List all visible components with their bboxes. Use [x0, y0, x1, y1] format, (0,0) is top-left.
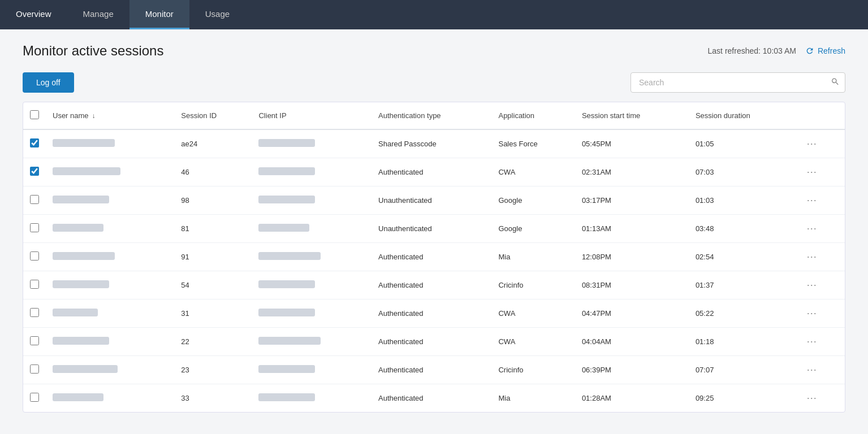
- search-input[interactable]: [631, 72, 845, 93]
- row-checkbox[interactable]: [30, 280, 39, 289]
- refresh-label: Refresh: [818, 46, 845, 55]
- cell-start-time: 12:08PM: [575, 243, 689, 271]
- cell-duration: 07:07: [689, 356, 797, 384]
- table-row: 31AuthenticatedCWA04:47PM05:22···: [23, 300, 845, 328]
- cell-username: [46, 384, 174, 413]
- cell-actions[interactable]: ···: [797, 243, 845, 271]
- col-session-id[interactable]: Session ID: [174, 102, 252, 129]
- cell-client-ip: [252, 186, 372, 215]
- row-checkbox-cell[interactable]: [23, 300, 46, 328]
- row-actions-button[interactable]: ···: [804, 306, 821, 320]
- row-actions-button[interactable]: ···: [804, 278, 821, 292]
- table-row: ae24Shared PasscodeSales Force05:45PM01:…: [23, 129, 845, 158]
- cell-application: Cricinfo: [491, 271, 575, 300]
- row-checkbox[interactable]: [30, 223, 39, 232]
- col-start-time[interactable]: Session start time: [575, 102, 689, 129]
- table-row: 91AuthenticatedMia12:08PM02:54···: [23, 243, 845, 271]
- col-start-time-label: Session start time: [582, 111, 640, 120]
- row-checkbox[interactable]: [30, 138, 39, 147]
- cell-username: [46, 243, 174, 271]
- col-actions: [797, 102, 845, 129]
- page-title: Monitor active sessions: [23, 43, 163, 59]
- cell-client-ip: [252, 271, 372, 300]
- row-checkbox[interactable]: [30, 364, 39, 374]
- row-checkbox-cell[interactable]: [23, 384, 46, 413]
- cell-duration: 05:22: [689, 300, 797, 328]
- cell-actions[interactable]: ···: [797, 300, 845, 328]
- row-checkbox[interactable]: [30, 167, 39, 176]
- row-checkbox[interactable]: [30, 251, 39, 261]
- cell-start-time: 04:47PM: [575, 300, 689, 328]
- cell-auth-type: Authenticated: [372, 356, 491, 384]
- col-auth-type[interactable]: Authentication type: [372, 102, 491, 129]
- row-checkbox-cell[interactable]: [23, 328, 46, 356]
- cell-duration: 01:37: [689, 271, 797, 300]
- cell-application: CWA: [491, 158, 575, 186]
- row-checkbox[interactable]: [30, 336, 39, 345]
- cell-actions[interactable]: ···: [797, 356, 845, 384]
- col-application[interactable]: Application: [491, 102, 575, 129]
- cell-client-ip: [252, 129, 372, 158]
- cell-duration: 02:54: [689, 243, 797, 271]
- cell-actions[interactable]: ···: [797, 384, 845, 413]
- table-row: 98UnauthenticatedGoogle03:17PM01:03···: [23, 186, 845, 215]
- col-username[interactable]: User name ↓: [46, 102, 174, 129]
- cell-session-id: 31: [174, 300, 252, 328]
- cell-session-id: 22: [174, 328, 252, 356]
- nav-item-monitor[interactable]: Monitor: [129, 0, 189, 29]
- col-duration[interactable]: Session duration: [689, 102, 797, 129]
- cell-start-time: 03:17PM: [575, 186, 689, 215]
- row-checkbox[interactable]: [30, 308, 39, 317]
- nav-item-overview[interactable]: Overview: [0, 0, 67, 29]
- row-actions-button[interactable]: ···: [804, 363, 821, 377]
- cell-actions[interactable]: ···: [797, 328, 845, 356]
- cell-start-time: 02:31AM: [575, 158, 689, 186]
- cell-username: [46, 271, 174, 300]
- table-row: 46AuthenticatedCWA02:31AM07:03···: [23, 158, 845, 186]
- cell-username: [46, 328, 174, 356]
- row-actions-button[interactable]: ···: [804, 250, 821, 264]
- row-actions-button[interactable]: ···: [804, 165, 821, 179]
- refresh-button[interactable]: Refresh: [805, 46, 845, 55]
- cell-actions[interactable]: ···: [797, 129, 845, 158]
- row-checkbox-cell[interactable]: [23, 186, 46, 215]
- row-actions-button[interactable]: ···: [804, 137, 821, 151]
- col-duration-label: Session duration: [696, 111, 750, 120]
- cell-actions[interactable]: ···: [797, 158, 845, 186]
- row-actions-button[interactable]: ···: [804, 222, 821, 236]
- cell-auth-type: Authenticated: [372, 271, 491, 300]
- cell-client-ip: [252, 158, 372, 186]
- table-header-row: User name ↓ Session ID Client IP Authent…: [23, 102, 845, 129]
- cell-auth-type: Authenticated: [372, 300, 491, 328]
- cell-auth-type: Unauthenticated: [372, 215, 491, 243]
- cell-actions[interactable]: ···: [797, 186, 845, 215]
- row-checkbox-cell[interactable]: [23, 158, 46, 186]
- select-all-checkbox-cell[interactable]: [23, 102, 46, 129]
- search-box: [631, 72, 845, 93]
- nav-item-usage[interactable]: Usage: [189, 0, 245, 29]
- log-off-button[interactable]: Log off: [23, 72, 74, 93]
- col-client-ip[interactable]: Client IP: [252, 102, 372, 129]
- row-checkbox-cell[interactable]: [23, 271, 46, 300]
- select-all-checkbox[interactable]: [30, 110, 39, 119]
- row-actions-button[interactable]: ···: [804, 391, 821, 405]
- row-checkbox[interactable]: [30, 393, 39, 402]
- col-application-label: Application: [498, 111, 534, 120]
- row-actions-button[interactable]: ···: [804, 335, 821, 349]
- cell-username: [46, 215, 174, 243]
- row-checkbox-cell[interactable]: [23, 215, 46, 243]
- cell-auth-type: Authenticated: [372, 328, 491, 356]
- cell-actions[interactable]: ···: [797, 215, 845, 243]
- last-refreshed-text: Last refreshed: 10:03 AM: [708, 46, 796, 55]
- cell-actions[interactable]: ···: [797, 271, 845, 300]
- row-checkbox-cell[interactable]: [23, 129, 46, 158]
- nav-item-manage[interactable]: Manage: [67, 0, 129, 29]
- col-auth-type-label: Authentication type: [378, 111, 441, 120]
- search-icon: [831, 77, 840, 88]
- row-checkbox-cell[interactable]: [23, 243, 46, 271]
- row-checkbox-cell[interactable]: [23, 356, 46, 384]
- row-checkbox[interactable]: [30, 195, 39, 204]
- cell-session-id: 81: [174, 215, 252, 243]
- cell-start-time: 01:28AM: [575, 384, 689, 413]
- row-actions-button[interactable]: ···: [804, 193, 821, 207]
